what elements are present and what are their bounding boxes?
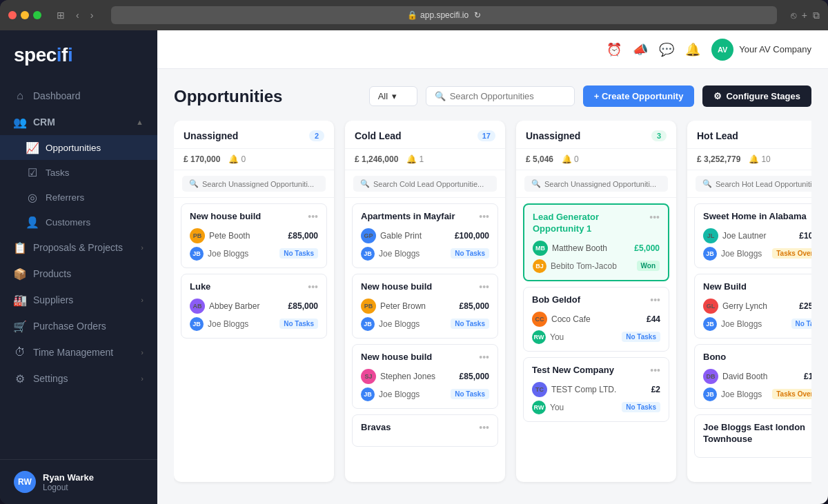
assignee-avatar: JB (703, 317, 717, 331)
card-header: Sweet Home in Alabama ••• (703, 211, 811, 223)
address-bar[interactable]: 🔒 app.specifi.io ↻ (111, 6, 776, 24)
card-menu-button[interactable]: ••• (308, 211, 318, 222)
share-button[interactable]: ⎋ (791, 10, 796, 21)
new-tab-button[interactable]: + (802, 10, 807, 21)
opportunity-card[interactable]: Luke ••• AB Abbey Barber £85,000 JB Joe … (181, 274, 327, 339)
person-name: Pete Booth (209, 231, 284, 241)
card-title: Luke (190, 281, 304, 293)
filter-dropdown[interactable]: All ▾ (369, 86, 417, 106)
sidebar-item-suppliers[interactable]: 🏭 Suppliers › (0, 287, 157, 313)
search-icon: 🔍 (435, 91, 446, 101)
sidebar-item-referrers[interactable]: ◎ Referrers (0, 185, 157, 210)
card-title: New house build (190, 211, 304, 223)
more-button[interactable]: ⧉ (813, 10, 820, 21)
column-search-input[interactable] (202, 180, 319, 188)
megaphone-icon[interactable]: 📣 (633, 42, 648, 57)
sidebar-item-label: Time Management (33, 347, 113, 358)
opportunity-card[interactable]: Sweet Home in Alabama ••• JL Joe Lautner… (694, 203, 811, 268)
sidebar-item-settings[interactable]: ⚙ Settings › (0, 365, 157, 392)
column-amount: £ 170,000 (184, 154, 220, 164)
column-badge: 3 (651, 130, 667, 141)
column-amount: £ 1,246,000 (355, 154, 398, 164)
card-menu-button[interactable]: ••• (308, 281, 318, 292)
create-opportunity-button[interactable]: + Create Opportunity (583, 85, 695, 107)
company-badge[interactable]: AV Your AV Company (711, 39, 811, 61)
sidebar-item-proposals[interactable]: 📋 Proposals & Projects › (0, 234, 157, 261)
tasks-count: 10 (761, 154, 770, 164)
sidebar-item-dashboard[interactable]: ⌂ Dashboard (0, 83, 157, 109)
card-header: Bob Geldof ••• (532, 294, 660, 306)
opportunity-card[interactable]: New house build ••• PB Pete Booth £85,00… (181, 203, 327, 268)
card-person: PB Peter Brown £85,000 (361, 299, 489, 314)
opportunity-card[interactable]: Test New Company ••• TC TEST Comp LTD. £… (523, 357, 669, 422)
sidebar-item-label: Settings (33, 373, 68, 384)
sidebar-item-label: Dashboard (33, 90, 81, 101)
opportunity-card[interactable]: Bob Geldof ••• CC Coco Cafe £44 RW You N… (523, 287, 669, 352)
sidebar-item-products[interactable]: 📦 Products (0, 261, 157, 287)
forward-button[interactable]: › (86, 8, 98, 22)
browser-controls: ⊞ ‹ › (52, 8, 97, 22)
opportunity-card[interactable]: New house build ••• SJ Stephen Jones £85… (352, 344, 498, 409)
proposals-icon: 📋 (14, 241, 26, 254)
assignee-name: Joe Bloggs (208, 319, 275, 329)
sidebar-item-time-management[interactable]: ⏱ Time Management › (0, 339, 157, 365)
minimize-button[interactable] (21, 11, 29, 19)
assignee-avatar: JB (361, 387, 375, 401)
column-search-input[interactable] (544, 180, 661, 188)
chat-icon[interactable]: 💬 (659, 42, 674, 57)
close-button[interactable] (8, 11, 17, 19)
sidebar-item-tasks[interactable]: ☑ Tasks (0, 160, 157, 185)
card-menu-button[interactable]: ••• (650, 294, 660, 305)
card-menu-button[interactable]: ••• (649, 212, 660, 223)
back-button[interactable]: ‹ (72, 8, 83, 22)
maximize-button[interactable] (33, 11, 41, 19)
search-icon: 🔍 (360, 179, 370, 188)
column-badge: 2 (309, 130, 324, 141)
sidebar-item-label: CRM (33, 117, 55, 128)
assignee-name: Joe Bloggs (721, 390, 768, 399)
opportunity-card[interactable]: Joe Bloggs East london Townhouse ••• (694, 414, 811, 458)
opportunity-card[interactable]: Bono ••• DB David Booth £10,0... JB Joe … (694, 344, 811, 409)
timer-icon[interactable]: ⏰ (607, 42, 622, 57)
assignee-avatar: RW (532, 330, 546, 344)
card-header: New house build ••• (361, 352, 489, 363)
opportunity-card[interactable]: Bravas ••• (352, 414, 498, 447)
chevron-down-icon: ▾ (392, 91, 397, 101)
configure-stages-button[interactable]: ⚙ Configure Stages (702, 85, 811, 107)
sidebar-item-crm[interactable]: 👥 CRM ▲ (0, 109, 157, 135)
card-person: GP Gable Print £100,000 (361, 228, 489, 243)
person-amount: £250,0... (799, 301, 811, 311)
column-search-input[interactable] (716, 180, 811, 188)
opportunity-card[interactable]: New house build ••• PB Peter Brown £85,0… (352, 274, 498, 339)
sidebar-item-purchase-orders[interactable]: 🛒 Purchase Orders (0, 313, 157, 339)
opportunity-card[interactable]: Lead Generator Opportunity 1 ••• MB Matt… (523, 203, 669, 281)
card-menu-button[interactable]: ••• (650, 365, 660, 376)
card-menu-button[interactable]: ••• (479, 422, 489, 433)
top-bar: ⏰ 📣 💬 🔔 AV Your AV Company (157, 30, 828, 69)
refresh-icon[interactable]: ↻ (474, 10, 481, 20)
search-input[interactable] (450, 91, 566, 101)
opportunity-card[interactable]: Apartments in Mayfair ••• GP Gable Print… (352, 203, 498, 268)
assignee-name: Joe Bloggs (379, 390, 446, 399)
bell-icon: 🔔 (228, 154, 239, 164)
card-menu-button[interactable]: ••• (479, 281, 489, 292)
notifications-icon[interactable]: 🔔 (685, 42, 700, 57)
column-search-input[interactable] (373, 180, 490, 188)
card-menu-button[interactable]: ••• (479, 211, 489, 222)
card-header: New house build ••• (190, 211, 318, 223)
sidebar: specifi ⌂ Dashboard 👥 CRM ▲ 📈 Opportunit… (0, 30, 157, 504)
chevron-right-icon-3: › (141, 348, 144, 356)
column-title: Unassigned (184, 130, 238, 141)
card-footer: JB Joe Bloggs No Tasks (190, 317, 318, 331)
task-badge: No Tasks (279, 319, 318, 329)
sidebar-item-opportunities[interactable]: 📈 Opportunities (0, 135, 157, 160)
sidebar-item-customers[interactable]: 👤 Customers (0, 210, 157, 234)
configure-label: Configure Stages (726, 91, 800, 101)
sidebar-toggle-button[interactable]: ⊞ (52, 8, 69, 22)
assignee-avatar: BJ (533, 259, 546, 273)
opportunity-card[interactable]: New Build ••• GL Gerry Lynch £250,0... J… (694, 274, 811, 339)
column-header: Unassigned 2 (174, 121, 334, 149)
sidebar-item-label: Opportunities (46, 143, 101, 153)
card-menu-button[interactable]: ••• (479, 352, 489, 363)
logout-link[interactable]: Logout (43, 483, 144, 492)
